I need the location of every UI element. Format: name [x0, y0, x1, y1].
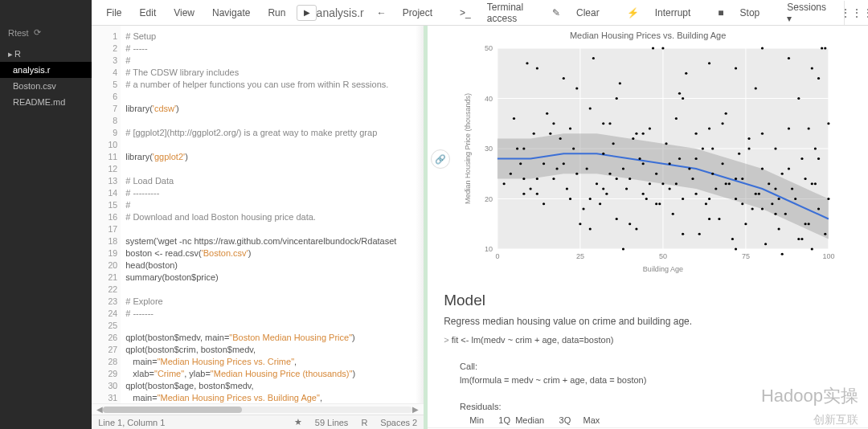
svg-text:20: 20	[485, 195, 493, 203]
svg-point-41	[589, 107, 592, 109]
svg-point-101	[788, 57, 790, 59]
svg-point-33	[559, 137, 562, 140]
action-project[interactable]: ←Project	[364, 1, 445, 25]
svg-point-57	[642, 162, 645, 165]
svg-point-95	[768, 182, 770, 185]
svg-point-90	[751, 207, 754, 210]
svg-point-97	[775, 147, 777, 149]
code-editor[interactable]: # Setup# -----## The CDSW library includ…	[121, 26, 424, 403]
svg-point-119	[761, 133, 764, 135]
svg-point-166	[695, 157, 698, 160]
menu-edit[interactable]: Edit	[132, 4, 165, 22]
svg-point-169	[655, 202, 657, 205]
svg-point-159	[788, 167, 790, 170]
svg-point-102	[791, 187, 793, 190]
svg-point-72	[692, 178, 694, 180]
svg-point-145	[808, 223, 810, 225]
svg-point-38	[579, 223, 582, 225]
action-stop[interactable]: ■Stop	[705, 1, 772, 25]
svg-point-79	[714, 187, 717, 190]
svg-point-37	[572, 147, 575, 149]
svg-text:Building Age: Building Age	[643, 265, 683, 273]
apps-grid-icon[interactable]: ⋮⋮⋮	[844, 1, 868, 25]
svg-point-40	[586, 167, 588, 170]
svg-point-134	[536, 67, 538, 69]
project-name: Rtest	[8, 28, 29, 38]
menu-file[interactable]: File	[98, 4, 129, 22]
svg-point-161	[761, 207, 764, 210]
svg-point-44	[599, 202, 601, 205]
svg-point-86	[738, 153, 740, 155]
svg-point-78	[711, 173, 714, 175]
svg-point-80	[719, 218, 721, 220]
svg-point-111	[821, 47, 823, 49]
svg-text:30: 30	[485, 145, 493, 153]
main: FileEditViewNavigateRun ▶ analysis.r ←Pr…	[92, 0, 868, 429]
svg-point-173	[602, 122, 604, 125]
svg-point-22	[513, 117, 515, 120]
svg-point-34	[563, 77, 565, 80]
svg-point-94	[764, 243, 767, 245]
svg-point-87	[741, 178, 743, 180]
svg-point-75	[702, 147, 704, 149]
project-header[interactable]: Rtest ⟳	[0, 19, 92, 43]
svg-text:40: 40	[485, 95, 493, 103]
run-play-button[interactable]: ▶	[297, 5, 316, 21]
menu-navigate[interactable]: Navigate	[204, 4, 258, 22]
indent-mode[interactable]: Spaces 2	[380, 418, 417, 427]
svg-point-105	[801, 157, 804, 160]
svg-point-152	[801, 238, 804, 240]
svg-point-160	[775, 187, 777, 190]
svg-point-93	[761, 167, 764, 170]
tree-root[interactable]: ▸R	[0, 46, 92, 62]
svg-point-92	[758, 193, 760, 195]
file-item[interactable]: analysis.r	[0, 62, 92, 78]
filename: analysis.r	[317, 6, 364, 19]
sidebar: Rtest ⟳ ▸R analysis.rBoston.csvREADME.md	[0, 0, 92, 429]
output-panel: 🔗 Median Housing Prices vs. Building Age…	[428, 26, 868, 429]
file-item[interactable]: README.md	[0, 94, 92, 110]
svg-point-26	[526, 62, 529, 64]
svg-point-112	[824, 233, 826, 235]
svg-point-63	[662, 182, 665, 185]
svg-text:10: 10	[485, 245, 493, 253]
action-interrupt[interactable]: ⚡Interrupt	[614, 1, 704, 25]
svg-point-138	[575, 173, 578, 175]
svg-point-149	[735, 67, 737, 69]
svg-point-81	[722, 162, 724, 165]
scatter-chart: 02550751001020304050Building AgeMedian H…	[444, 43, 852, 276]
svg-point-122	[725, 182, 727, 185]
svg-point-100	[784, 213, 787, 215]
vertical-scrollbar[interactable]	[416, 26, 424, 403]
svg-point-148	[708, 62, 710, 64]
language-mode[interactable]: R	[361, 418, 367, 427]
svg-point-150	[761, 47, 764, 49]
svg-text:100: 100	[823, 252, 835, 260]
svg-point-165	[708, 218, 710, 220]
chart-title: Median Housing Prices vs. Building Age	[444, 31, 852, 40]
svg-point-68	[678, 157, 681, 160]
bookmark-icon[interactable]: ★	[294, 417, 302, 427]
svg-point-28	[536, 178, 538, 180]
horizontal-scrollbar[interactable]: ◀ ▶	[92, 403, 424, 415]
console-output: > fit <- lm(medv ~ crim + age, data=bost…	[428, 333, 868, 427]
svg-point-56	[639, 157, 641, 160]
svg-point-137	[542, 162, 545, 165]
svg-point-43	[596, 182, 598, 185]
svg-point-24	[519, 162, 522, 165]
svg-point-118	[778, 198, 780, 200]
svg-point-116	[805, 178, 807, 180]
action-clear[interactable]: ✎Clear	[539, 1, 612, 25]
svg-point-106	[805, 223, 807, 225]
menu-view[interactable]: View	[166, 4, 203, 22]
svg-point-58	[645, 198, 648, 200]
svg-point-60	[652, 47, 654, 49]
svg-point-125	[678, 92, 681, 95]
file-item[interactable]: Boston.csv	[0, 78, 92, 94]
svg-point-131	[589, 227, 592, 230]
refresh-icon[interactable]: ⟳	[34, 27, 41, 38]
menu-run[interactable]: Run	[260, 4, 293, 22]
svg-point-133	[553, 178, 555, 180]
svg-point-104	[797, 238, 800, 240]
editor-panel: 1234567891011121314151617181920212223242…	[92, 26, 428, 429]
